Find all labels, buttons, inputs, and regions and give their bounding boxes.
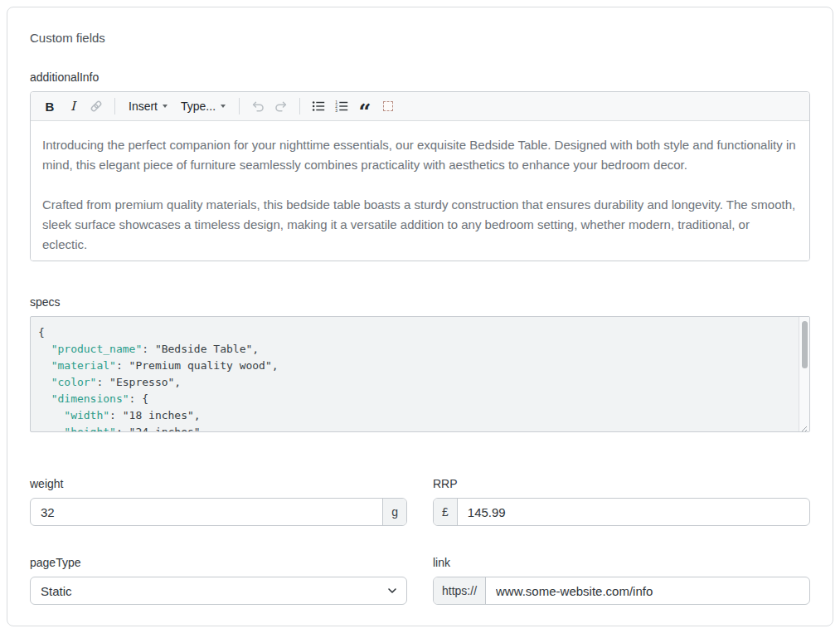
toolbar-divider: [114, 98, 115, 114]
field-label-specs: specs: [30, 295, 810, 309]
field-label-rrp: RRP: [433, 477, 810, 490]
code-line: "dimensions": {: [38, 391, 793, 407]
url-scheme-addon: https://: [434, 577, 486, 604]
field-label-weight: weight: [30, 477, 407, 490]
rrp-input[interactable]: [458, 499, 809, 525]
pagetype-select-wrap: Static: [30, 577, 407, 605]
insert-dropdown[interactable]: Insert: [123, 95, 173, 117]
italic-button[interactable]: I: [62, 95, 84, 117]
editor-content[interactable]: Introducing the perfect companion for yo…: [31, 121, 809, 261]
dashed-square-icon: [383, 101, 393, 111]
chevron-down-icon: [221, 105, 226, 108]
link-button[interactable]: [85, 95, 107, 117]
editor-paragraph: Introducing the perfect companion for yo…: [42, 135, 798, 175]
toolbar-divider: [239, 98, 240, 114]
pagetype-select[interactable]: Static: [30, 577, 407, 605]
undo-icon: [250, 99, 265, 114]
field-label-pagetype: pageType: [30, 556, 407, 569]
code-line: "height": "24 inches": [38, 424, 793, 432]
chevron-down-icon: [163, 105, 168, 108]
bullet-list-button[interactable]: [308, 95, 329, 117]
weight-input[interactable]: [31, 499, 382, 525]
currency-addon: £: [434, 499, 458, 525]
svg-text:3: 3: [335, 109, 337, 113]
redo-button[interactable]: [270, 95, 292, 117]
bullet-list-icon: [311, 99, 326, 114]
editor-toolbar: B I Insert Type...: [31, 92, 809, 121]
rrp-input-group: £: [433, 498, 810, 526]
code-line: "color": "Espresso",: [38, 374, 793, 391]
editor-paragraph: Crafted from premium quality materials, …: [42, 195, 798, 255]
insert-dropdown-label: Insert: [129, 100, 158, 113]
weight-unit-addon: g: [382, 499, 406, 525]
type-dropdown-label: Type...: [181, 100, 216, 113]
numbered-list-button[interactable]: 123: [331, 95, 352, 117]
resize-handle[interactable]: [799, 421, 808, 430]
code-line: "product_name": "Bedside Table",: [38, 341, 793, 358]
specs-code-textarea[interactable]: { "product_name": "Bedside Table", "mate…: [30, 316, 810, 432]
type-dropdown[interactable]: Type...: [175, 95, 231, 117]
scrollbar-track[interactable]: [799, 317, 809, 431]
link-icon: [89, 99, 104, 114]
code-line: {: [38, 324, 793, 341]
link-input-group: https://: [433, 577, 810, 605]
code-line: "material": "Premium quality wood",: [38, 358, 793, 374]
blockquote-button[interactable]: “: [354, 95, 376, 117]
scrollbar-thumb[interactable]: [802, 321, 808, 368]
undo-button[interactable]: [247, 95, 269, 117]
custom-fields-card: Custom fields additionalInfo B I Insert …: [7, 7, 833, 626]
bold-button[interactable]: B: [39, 95, 61, 117]
weight-input-group: g: [30, 498, 407, 526]
code-line: "width": "18 inches",: [38, 407, 793, 424]
field-label-additionalinfo: additionalInfo: [30, 71, 810, 84]
toolbar-divider: [299, 98, 300, 114]
redo-icon: [274, 99, 289, 114]
page-title: Custom fields: [30, 31, 810, 45]
field-label-link: link: [433, 556, 810, 569]
visualblocks-button[interactable]: [377, 95, 399, 117]
numbered-list-icon: 123: [334, 99, 349, 114]
link-input[interactable]: [486, 577, 809, 604]
richtext-editor: B I Insert Type...: [30, 91, 810, 261]
